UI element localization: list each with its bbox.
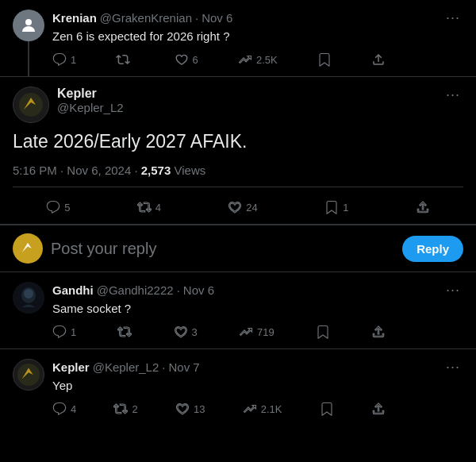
kepler-reply-tweet: Kepler @Kepler_L2 · Nov 7 ··· Yep 4 xyxy=(0,349,476,425)
reply-input[interactable]: Post your reply xyxy=(51,240,394,258)
views-action-kepler-reply[interactable]: 2.1K xyxy=(243,402,282,416)
like-count-kepler-reply: 13 xyxy=(194,403,205,415)
share-icon-gandhi xyxy=(371,325,386,339)
person-icon xyxy=(19,16,38,35)
bookmark-action-gandhi[interactable] xyxy=(316,325,330,339)
more-button-main[interactable]: ··· xyxy=(443,87,463,103)
gandhi-handle: @Gandhi2222 xyxy=(97,283,174,297)
kepler-reply-text: Yep xyxy=(52,377,463,394)
reply-icon-gandhi xyxy=(52,325,67,339)
reply-icon xyxy=(52,52,67,67)
reply-action-gandhi[interactable]: 1 xyxy=(52,325,76,339)
gandhi-avatar-icon xyxy=(13,282,44,314)
like-count-krenian: 6 xyxy=(193,54,198,66)
meta-views: 2,573 xyxy=(141,164,171,177)
tweet-handle: @GrakenKrenian xyxy=(100,11,192,25)
views-action-krenian[interactable]: 2.5K xyxy=(238,52,278,67)
like-action-krenian[interactable]: 6 xyxy=(175,52,198,67)
gandhi-time: Nov 6 xyxy=(183,283,214,297)
share-icon xyxy=(371,52,386,67)
main-tweet-handle: @Kepler_L2 xyxy=(57,101,124,114)
like-action-gandhi[interactable]: 3 xyxy=(174,325,198,339)
main-tweet-name: Kepler xyxy=(57,87,124,101)
gandhi-name: Gandhi xyxy=(52,283,94,297)
kepler-reply-dot: · xyxy=(162,360,165,374)
reply-icon-main xyxy=(46,200,60,214)
reply-action-kepler-reply[interactable]: 4 xyxy=(52,402,76,416)
krenian-tweet-body: Krenian @GrakenKrenian · Nov 6 ··· Zen 6… xyxy=(52,10,463,67)
reply-action-main[interactable]: 5 xyxy=(46,200,70,214)
svg-point-0 xyxy=(25,19,32,25)
author-line: Krenian @GrakenKrenian · Nov 6 xyxy=(52,11,232,25)
gandhi-tweet-container: Gandhi @Gandhi2222 · Nov 6 ··· Same sock… xyxy=(0,272,476,349)
retweet-action-krenian[interactable] xyxy=(116,52,134,67)
more-button-krenian[interactable]: ··· xyxy=(443,10,463,26)
reply-count-krenian: 1 xyxy=(71,54,76,66)
avatar-kepler-main xyxy=(13,87,49,123)
kepler-reply-author-line: Kepler @Kepler_L2 · Nov 7 xyxy=(52,360,200,374)
tweet-name: Krenian xyxy=(52,11,97,25)
retweet-action-gandhi[interactable] xyxy=(117,325,132,339)
views-icon-kepler-reply xyxy=(243,402,257,416)
svg-point-4 xyxy=(24,289,33,298)
reply-box-avatar xyxy=(13,233,43,264)
bookmark-count-main: 1 xyxy=(343,202,348,214)
main-tweet-text: Late 2026/Early 2027 AFAIK. xyxy=(13,129,463,154)
kepler-reply-time: Nov 7 xyxy=(168,360,199,374)
avatar-krenian xyxy=(13,10,44,41)
views-action-gandhi[interactable]: 719 xyxy=(239,325,274,339)
like-icon-gandhi xyxy=(174,325,188,339)
kepler-reply-container: Kepler @Kepler_L2 · Nov 7 ··· Yep 4 xyxy=(0,349,476,425)
like-count-gandhi: 3 xyxy=(192,326,198,338)
kepler-reply-name: Kepler xyxy=(52,360,90,374)
bookmark-action-main[interactable]: 1 xyxy=(324,200,348,214)
more-button-kepler-reply[interactable]: ··· xyxy=(443,359,463,375)
like-action-kepler-reply[interactable]: 13 xyxy=(175,402,205,416)
main-tweet-author: Kepler @Kepler_L2 xyxy=(57,87,124,114)
meta-views-label: Views xyxy=(174,164,205,177)
gandhi-tweet-body: Gandhi @Gandhi2222 · Nov 6 ··· Same sock… xyxy=(52,282,463,339)
bookmark-icon xyxy=(317,52,332,67)
retweet-icon-main xyxy=(137,200,152,214)
tweet-header: Krenian @GrakenKrenian · Nov 6 ··· xyxy=(52,10,463,26)
more-button-gandhi[interactable]: ··· xyxy=(443,282,463,298)
like-icon-main xyxy=(228,200,242,214)
kepler-avatar-icon xyxy=(19,93,43,117)
retweet-action-main[interactable]: 4 xyxy=(137,200,161,214)
retweet-icon-kepler-reply xyxy=(113,402,128,416)
main-tweet-meta: 5:16 PM · Nov 6, 2024 · 2,573 Views xyxy=(13,164,463,187)
reply-count-gandhi: 1 xyxy=(71,326,76,338)
meta-time: 5:16 PM · Nov 6, 2024 · xyxy=(13,164,141,177)
reply-action-krenian[interactable]: 1 xyxy=(52,52,76,67)
retweet-icon xyxy=(116,52,130,67)
main-tweet-actions: 5 4 24 1 xyxy=(0,197,476,225)
kepler-reply-actions: 4 2 13 2.1K xyxy=(52,402,386,416)
bookmark-icon-main xyxy=(324,200,339,214)
share-action-main[interactable] xyxy=(416,200,430,214)
reply-button[interactable]: Reply xyxy=(402,236,463,262)
share-action-gandhi[interactable] xyxy=(371,325,386,339)
gandhi-dot: · xyxy=(177,283,180,297)
share-action-krenian[interactable] xyxy=(371,52,386,67)
kepler-reply-avatar-icon xyxy=(17,364,40,386)
bookmark-action-kepler-reply[interactable] xyxy=(320,402,334,416)
reply-count-kepler-reply: 4 xyxy=(71,403,76,415)
retweet-action-kepler-reply[interactable]: 2 xyxy=(113,402,137,416)
kepler-reply-handle: @Kepler_L2 xyxy=(93,360,159,374)
tweet-time: Nov 6 xyxy=(202,11,232,25)
tweet-dot: · xyxy=(195,11,198,25)
share-action-kepler-reply[interactable] xyxy=(371,402,386,416)
gandhi-tweet: Gandhi @Gandhi2222 · Nov 6 ··· Same sock… xyxy=(0,272,476,348)
bookmark-icon-gandhi xyxy=(316,325,330,339)
like-icon xyxy=(175,52,189,67)
views-count-kepler-reply: 2.1K xyxy=(261,403,282,415)
svg-point-1 xyxy=(19,93,43,117)
views-icon xyxy=(238,52,252,67)
retweet-count-kepler-reply: 2 xyxy=(132,403,137,415)
bookmark-action-krenian[interactable] xyxy=(317,52,332,67)
gandhi-tweet-text: Same socket ? xyxy=(52,300,463,317)
reply-avatar-icon xyxy=(18,239,37,258)
reply-icon-kepler-reply xyxy=(52,402,67,416)
krenian-tweet: Krenian @GrakenKrenian · Nov 6 ··· Zen 6… xyxy=(0,0,476,77)
like-action-main[interactable]: 24 xyxy=(228,200,257,214)
